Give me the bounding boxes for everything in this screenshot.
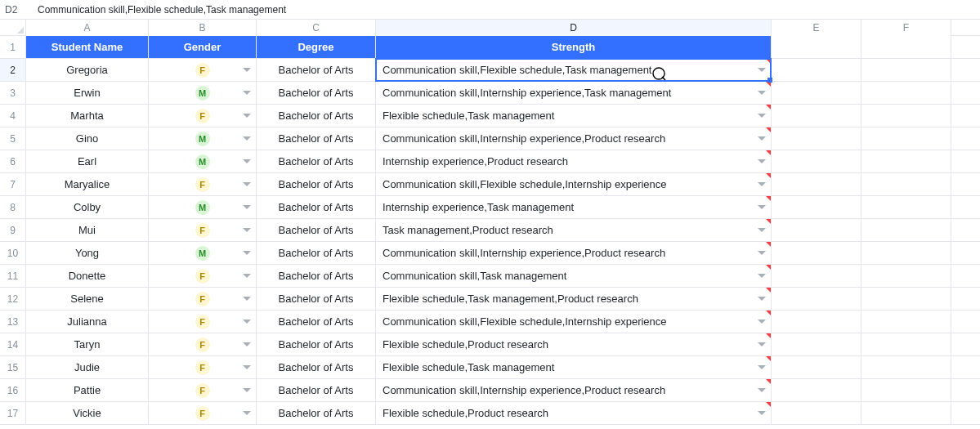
cell-gender[interactable]: F [149,219,257,241]
cell-strength[interactable]: Flexible schedule,Task management [376,105,772,127]
cell-degree[interactable]: Bachelor of Arts [257,311,376,333]
cell-strength[interactable]: Flexible schedule,Task management [376,356,772,378]
row-number[interactable]: 1 [0,36,26,58]
cell-empty[interactable] [861,219,951,241]
cell-empty[interactable] [772,173,861,195]
column-header-b[interactable]: B [149,20,257,36]
cell-gender[interactable]: M [149,242,257,264]
dropdown-arrow-icon[interactable] [243,388,251,393]
row-number[interactable]: 10 [0,242,26,264]
cell-empty[interactable] [772,219,861,241]
cell-empty[interactable] [772,265,861,287]
cell-degree[interactable]: Bachelor of Arts [257,196,376,218]
cell-reference[interactable]: D2 [0,4,33,16]
cell-student-name[interactable]: Colby [26,196,149,218]
cell-empty[interactable] [861,379,951,401]
cell-degree[interactable]: Bachelor of Arts [257,242,376,264]
cell-degree[interactable]: Bachelor of Arts [257,150,376,172]
dropdown-arrow-icon[interactable] [758,68,766,73]
column-header-c[interactable]: C [257,20,376,36]
dropdown-arrow-icon[interactable] [243,320,251,324]
cell-degree[interactable]: Bachelor of Arts [257,219,376,241]
cell-empty[interactable] [861,311,951,333]
dropdown-arrow-icon[interactable] [758,251,766,256]
dropdown-arrow-icon[interactable] [243,114,251,118]
cell-student-name[interactable]: Judie [26,356,149,378]
cell-empty[interactable] [772,356,861,378]
cell-strength[interactable]: Communication skill,Task management [376,265,772,287]
dropdown-arrow-icon[interactable] [758,228,766,233]
row-number[interactable]: 2 [0,59,26,81]
cell-degree[interactable]: Bachelor of Arts [257,59,376,81]
cell-strength[interactable]: Internship experience,Product research [376,150,772,172]
cell-empty[interactable] [861,150,951,172]
cell-strength[interactable]: Flexible schedule,Product research [376,402,772,424]
cell-gender[interactable]: M [149,196,257,218]
row-number[interactable]: 9 [0,219,26,241]
cell-gender[interactable]: F [149,288,257,310]
dropdown-arrow-icon[interactable] [758,320,766,324]
cell-student-name[interactable]: Gregoria [26,59,149,81]
dropdown-arrow-icon[interactable] [758,342,766,347]
cell-empty[interactable] [772,242,861,264]
cell-degree[interactable]: Bachelor of Arts [257,402,376,424]
cell-student-name[interactable]: Vickie [26,402,149,424]
spreadsheet-grid[interactable]: ABCDEF 1 Student Name Gender Degree Stre… [0,20,980,425]
cell-empty[interactable] [861,356,951,378]
header-gender[interactable]: Gender [149,36,257,58]
cell-strength[interactable]: Communication skill,Internship experienc… [376,242,772,264]
cell-student-name[interactable]: Selene [26,288,149,310]
cell-gender[interactable]: F [149,105,257,127]
cell-gender[interactable]: F [149,379,257,401]
cell-gender[interactable]: F [149,265,257,287]
cell-empty[interactable] [861,173,951,195]
cell-gender[interactable]: F [149,356,257,378]
cell-gender[interactable]: M [149,127,257,150]
dropdown-arrow-icon[interactable] [243,159,251,164]
dropdown-arrow-icon[interactable] [243,68,251,73]
cell-empty[interactable] [772,36,861,58]
dropdown-arrow-icon[interactable] [243,251,251,256]
cell-student-name[interactable]: Yong [26,242,149,264]
row-number[interactable]: 6 [0,150,26,172]
cell-student-name[interactable]: Pattie [26,379,149,401]
cell-empty[interactable] [772,311,861,333]
cell-degree[interactable]: Bachelor of Arts [257,379,376,401]
cell-formula-content[interactable]: Communication skill,Flexible schedule,Ta… [33,4,980,16]
cell-empty[interactable] [772,59,861,81]
cell-strength[interactable]: Communication skill,Flexible schedule,In… [376,311,772,333]
select-all-corner[interactable] [0,20,26,36]
row-number[interactable]: 12 [0,288,26,310]
cell-empty[interactable] [861,127,951,150]
cell-strength[interactable]: Communication skill,Flexible schedule,In… [376,173,772,195]
row-number[interactable]: 14 [0,333,26,355]
dropdown-arrow-icon[interactable] [758,159,766,164]
dropdown-arrow-icon[interactable] [758,91,766,96]
dropdown-arrow-icon[interactable] [243,136,251,141]
cell-empty[interactable] [772,379,861,401]
dropdown-arrow-icon[interactable] [243,228,251,233]
cell-empty[interactable] [861,196,951,218]
dropdown-arrow-icon[interactable] [758,114,766,118]
dropdown-arrow-icon[interactable] [243,274,251,279]
dropdown-arrow-icon[interactable] [243,297,251,302]
cell-gender[interactable]: M [149,82,257,104]
dropdown-arrow-icon[interactable] [243,205,251,210]
cell-empty[interactable] [772,150,861,172]
dropdown-arrow-icon[interactable] [758,274,766,279]
row-number[interactable]: 16 [0,379,26,401]
cell-strength[interactable]: Communication skill,Internship experienc… [376,379,772,401]
cell-gender[interactable]: F [149,333,257,355]
cell-strength[interactable]: Communication skill,Internship experienc… [376,127,772,150]
cell-empty[interactable] [861,105,951,127]
row-number[interactable]: 8 [0,196,26,218]
row-number[interactable]: 11 [0,265,26,287]
cell-empty[interactable] [772,288,861,310]
dropdown-arrow-icon[interactable] [243,411,251,416]
dropdown-arrow-icon[interactable] [758,365,766,370]
dropdown-arrow-icon[interactable] [758,297,766,302]
cell-student-name[interactable]: Donette [26,265,149,287]
cell-empty[interactable] [772,105,861,127]
cell-degree[interactable]: Bachelor of Arts [257,105,376,127]
cell-student-name[interactable]: Maryalice [26,173,149,195]
